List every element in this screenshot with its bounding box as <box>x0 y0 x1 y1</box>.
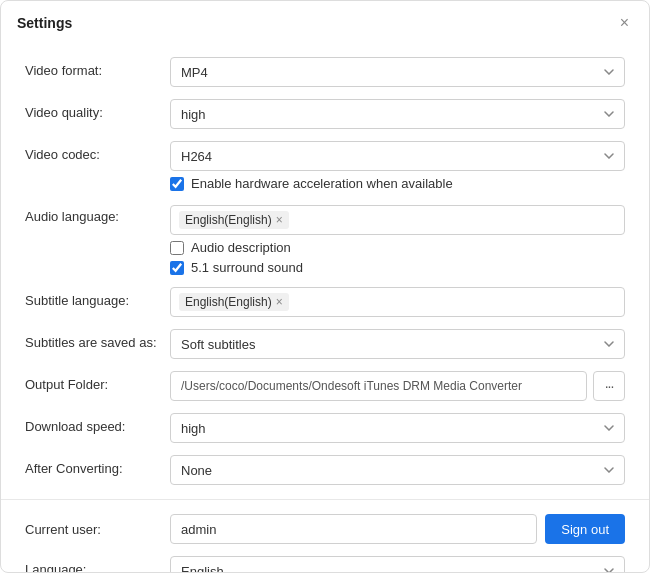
after-converting-label: After Converting: <box>25 455 170 476</box>
video-quality-row: Video quality: high medium low <box>1 93 649 135</box>
audio-description-row: Audio description <box>170 240 625 255</box>
output-folder-label: Output Folder: <box>25 371 170 392</box>
window-title: Settings <box>17 15 72 31</box>
current-user-label: Current user: <box>25 522 170 537</box>
surround-sound-row: 5.1 surround sound <box>170 260 625 275</box>
video-format-select[interactable]: MP4 MKV MOV <box>170 57 625 87</box>
current-user-row: Current user: Sign out <box>1 508 649 550</box>
close-button[interactable]: × <box>616 13 633 33</box>
video-quality-content: high medium low <box>170 99 625 129</box>
audio-description-label: Audio description <box>191 240 291 255</box>
output-folder-input[interactable] <box>170 371 587 401</box>
audio-language-tag: English(English) × <box>179 211 289 229</box>
hardware-acceleration-label: Enable hardware acceleration when availa… <box>191 176 453 191</box>
video-codec-select[interactable]: H264 H265 VP9 <box>170 141 625 171</box>
after-converting-select[interactable]: None Open folder Quit <box>170 455 625 485</box>
download-speed-row: Download speed: high medium low <box>1 407 649 449</box>
settings-window: Settings × Video format: MP4 MKV MOV Vid… <box>0 0 650 573</box>
audio-description-checkbox[interactable] <box>170 241 184 255</box>
output-folder-input-row: ··· <box>170 371 625 401</box>
subtitle-language-tag: English(English) × <box>179 293 289 311</box>
language-select[interactable]: English Chinese Japanese <box>170 556 625 572</box>
video-quality-select[interactable]: high medium low <box>170 99 625 129</box>
current-user-content: Sign out <box>170 514 625 544</box>
audio-language-row: Audio language: English(English) × Audio… <box>1 197 649 281</box>
title-bar: Settings × <box>1 1 649 43</box>
download-speed-label: Download speed: <box>25 413 170 434</box>
hardware-acceleration-checkbox[interactable] <box>170 177 184 191</box>
hardware-acceleration-row: Enable hardware acceleration when availa… <box>170 176 625 191</box>
video-codec-content: H264 H265 VP9 Enable hardware accelerati… <box>170 141 625 191</box>
folder-browse-button[interactable]: ··· <box>593 371 625 401</box>
output-folder-row: Output Folder: ··· <box>1 365 649 407</box>
language-content: English Chinese Japanese <box>170 556 625 572</box>
video-format-label: Video format: <box>25 57 170 78</box>
audio-language-label: Audio language: <box>25 203 170 224</box>
video-format-content: MP4 MKV MOV <box>170 57 625 87</box>
output-folder-content: ··· <box>170 371 625 401</box>
subtitle-language-content: English(English) × <box>170 287 625 317</box>
subtitle-language-tag-remove[interactable]: × <box>276 296 283 308</box>
language-label: Language: <box>25 556 170 572</box>
video-format-row: Video format: MP4 MKV MOV <box>1 51 649 93</box>
divider <box>1 499 649 500</box>
subtitle-language-row: Subtitle language: English(English) × <box>1 281 649 323</box>
download-speed-content: high medium low <box>170 413 625 443</box>
audio-language-content: English(English) × Audio description 5.1… <box>170 203 625 275</box>
video-codec-label: Video codec: <box>25 141 170 162</box>
surround-sound-checkbox[interactable] <box>170 261 184 275</box>
video-codec-row: Video codec: H264 H265 VP9 Enable hardwa… <box>1 135 649 197</box>
download-speed-select[interactable]: high medium low <box>170 413 625 443</box>
sign-out-button[interactable]: Sign out <box>545 514 625 544</box>
after-converting-row: After Converting: None Open folder Quit <box>1 449 649 491</box>
subtitles-saved-as-row: Subtitles are saved as: Soft subtitles H… <box>1 323 649 365</box>
surround-sound-label: 5.1 surround sound <box>191 260 303 275</box>
subtitles-saved-as-select[interactable]: Soft subtitles Hard subtitles None <box>170 329 625 359</box>
audio-language-tag-remove[interactable]: × <box>276 214 283 226</box>
subtitles-saved-as-content: Soft subtitles Hard subtitles None <box>170 329 625 359</box>
subtitle-language-label: Subtitle language: <box>25 287 170 308</box>
subtitles-saved-as-label: Subtitles are saved as: <box>25 329 170 350</box>
after-converting-content: None Open folder Quit <box>170 455 625 485</box>
current-user-input[interactable] <box>170 514 537 544</box>
subtitle-language-tag-input[interactable]: English(English) × <box>170 287 625 317</box>
audio-language-tag-input[interactable]: English(English) × <box>170 205 625 235</box>
language-row: Language: English Chinese Japanese <box>1 550 649 572</box>
settings-body: Video format: MP4 MKV MOV Video quality:… <box>1 43 649 572</box>
video-quality-label: Video quality: <box>25 99 170 120</box>
